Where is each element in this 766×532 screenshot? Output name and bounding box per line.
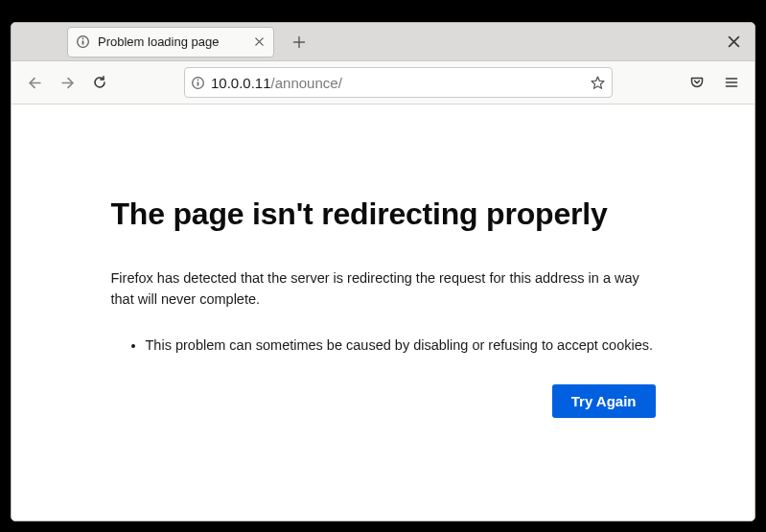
pocket-button[interactable] — [682, 67, 712, 98]
active-tab[interactable]: Problem loading page — [67, 27, 274, 58]
site-info-icon[interactable] — [191, 76, 205, 90]
error-description: Firefox has detected that the server is … — [111, 268, 656, 311]
error-heading: The page isn't redirecting properly — [111, 197, 656, 232]
forward-button — [52, 67, 82, 98]
try-again-button[interactable]: Try Again — [552, 384, 656, 418]
app-menu-button[interactable] — [716, 67, 747, 98]
window-close-button[interactable] — [720, 23, 747, 60]
error-page: The page isn't redirecting properly Fire… — [86, 104, 681, 418]
url-text: 10.0.0.11/announce/ — [211, 75, 584, 91]
url-host: 10.0.0.11 — [211, 75, 271, 91]
back-button — [19, 67, 50, 98]
tab-close-icon[interactable] — [252, 35, 266, 49]
bookmark-star-icon[interactable] — [590, 75, 606, 91]
tab-title: Problem loading page — [98, 35, 244, 49]
error-hint-item: This problem can sometimes be caused by … — [146, 335, 656, 357]
tab-bar: Problem loading page — [12, 23, 754, 61]
svg-marker-14 — [592, 77, 604, 88]
address-bar[interactable]: 10.0.0.11/announce/ — [184, 67, 613, 98]
error-actions: Try Again — [111, 384, 656, 418]
error-hints: This problem can sometimes be caused by … — [111, 335, 656, 357]
url-path: /announce/ — [271, 75, 342, 91]
nav-toolbar: 10.0.0.11/announce/ — [12, 61, 754, 104]
browser-window: Problem loading page — [11, 22, 755, 521]
svg-point-2 — [82, 37, 84, 39]
page-content: The page isn't redirecting properly Fire… — [12, 104, 754, 520]
reload-button[interactable] — [84, 67, 115, 98]
svg-point-13 — [197, 79, 199, 81]
new-tab-button[interactable] — [286, 29, 313, 56]
toolbar-right — [682, 67, 747, 98]
info-icon — [76, 35, 90, 49]
